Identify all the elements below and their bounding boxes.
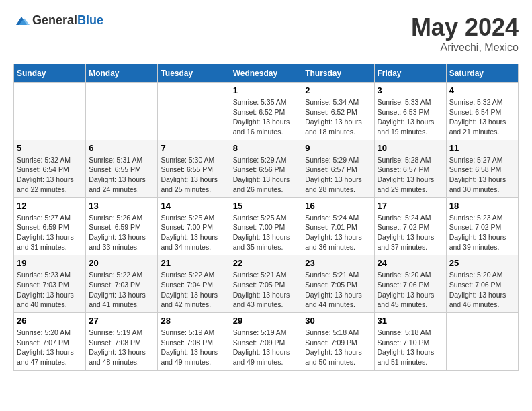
- table-row: 13Sunrise: 5:26 AMSunset: 6:59 PMDayligh…: [86, 197, 158, 255]
- table-row: 29Sunrise: 5:19 AMSunset: 7:09 PMDayligh…: [230, 313, 302, 371]
- table-row: 1Sunrise: 5:35 AMSunset: 6:52 PMDaylight…: [230, 83, 302, 140]
- table-row: 15Sunrise: 5:25 AMSunset: 7:00 PMDayligh…: [230, 197, 302, 255]
- day-number: 5: [17, 143, 83, 153]
- day-info: Sunrise: 5:29 AMSunset: 6:56 PMDaylight:…: [233, 155, 300, 195]
- calendar-week-2: 5Sunrise: 5:32 AMSunset: 6:54 PMDaylight…: [14, 140, 519, 197]
- logo-blue: Blue: [77, 13, 103, 27]
- day-info: Sunrise: 5:32 AMSunset: 6:54 PMDaylight:…: [449, 97, 515, 137]
- table-row: 23Sunrise: 5:21 AMSunset: 7:05 PMDayligh…: [302, 255, 374, 313]
- table-row: 10Sunrise: 5:28 AMSunset: 6:57 PMDayligh…: [374, 140, 446, 197]
- day-info: Sunrise: 5:20 AMSunset: 7:06 PMDaylight:…: [449, 270, 515, 310]
- day-info: Sunrise: 5:22 AMSunset: 7:03 PMDaylight:…: [89, 270, 154, 310]
- month-year: May 2024: [411, 13, 519, 42]
- day-info: Sunrise: 5:31 AMSunset: 6:55 PMDaylight:…: [89, 155, 154, 195]
- day-info: Sunrise: 5:27 AMSunset: 6:59 PMDaylight:…: [17, 213, 83, 253]
- day-number: 3: [378, 85, 443, 95]
- col-thursday: Thursday: [302, 64, 374, 83]
- table-row: 25Sunrise: 5:20 AMSunset: 7:06 PMDayligh…: [446, 255, 518, 313]
- table-row: [158, 83, 230, 140]
- day-number: 19: [17, 258, 83, 268]
- calendar-header-row: Sunday Monday Tuesday Wednesday Thursday…: [14, 64, 519, 83]
- day-info: Sunrise: 5:34 AMSunset: 6:52 PMDaylight:…: [305, 97, 371, 137]
- day-info: Sunrise: 5:25 AMSunset: 7:00 PMDaylight:…: [233, 213, 300, 253]
- day-info: Sunrise: 5:23 AMSunset: 7:02 PMDaylight:…: [449, 213, 515, 253]
- day-info: Sunrise: 5:29 AMSunset: 6:57 PMDaylight:…: [305, 155, 371, 195]
- logo-icon: [13, 14, 30, 28]
- day-info: Sunrise: 5:18 AMSunset: 7:10 PMDaylight:…: [378, 328, 443, 367]
- day-number: 18: [449, 201, 515, 211]
- day-info: Sunrise: 5:30 AMSunset: 6:55 PMDaylight:…: [161, 155, 226, 195]
- day-info: Sunrise: 5:33 AMSunset: 6:53 PMDaylight:…: [378, 97, 443, 137]
- logo: GeneralBlue: [13, 13, 103, 28]
- title-block: May 2024 Arivechi, Mexico: [411, 13, 519, 54]
- table-row: [14, 83, 86, 140]
- table-row: 20Sunrise: 5:22 AMSunset: 7:03 PMDayligh…: [86, 255, 158, 313]
- calendar-week-4: 19Sunrise: 5:23 AMSunset: 7:03 PMDayligh…: [14, 255, 519, 313]
- calendar-week-5: 26Sunrise: 5:20 AMSunset: 7:07 PMDayligh…: [14, 313, 519, 371]
- day-number: 31: [378, 316, 443, 326]
- day-info: Sunrise: 5:18 AMSunset: 7:09 PMDaylight:…: [305, 328, 371, 367]
- table-row: 17Sunrise: 5:24 AMSunset: 7:02 PMDayligh…: [374, 197, 446, 255]
- table-row: 12Sunrise: 5:27 AMSunset: 6:59 PMDayligh…: [14, 197, 86, 255]
- table-row: 11Sunrise: 5:27 AMSunset: 6:58 PMDayligh…: [446, 140, 518, 197]
- calendar-table: Sunday Monday Tuesday Wednesday Thursday…: [13, 64, 519, 371]
- table-row: 31Sunrise: 5:18 AMSunset: 7:10 PMDayligh…: [374, 313, 446, 371]
- day-number: 17: [378, 201, 443, 211]
- day-number: 12: [17, 201, 83, 211]
- table-row: 26Sunrise: 5:20 AMSunset: 7:07 PMDayligh…: [14, 313, 86, 371]
- day-number: 2: [305, 85, 371, 95]
- col-monday: Monday: [86, 64, 158, 83]
- day-number: 8: [233, 143, 300, 153]
- table-row: 5Sunrise: 5:32 AMSunset: 6:54 PMDaylight…: [14, 140, 86, 197]
- table-row: 7Sunrise: 5:30 AMSunset: 6:55 PMDaylight…: [158, 140, 230, 197]
- day-info: Sunrise: 5:25 AMSunset: 7:00 PMDaylight:…: [161, 213, 226, 253]
- table-row: 8Sunrise: 5:29 AMSunset: 6:56 PMDaylight…: [230, 140, 302, 197]
- day-number: 6: [89, 143, 154, 153]
- table-row: [86, 83, 158, 140]
- table-row: 6Sunrise: 5:31 AMSunset: 6:55 PMDaylight…: [86, 140, 158, 197]
- day-number: 15: [233, 201, 300, 211]
- day-info: Sunrise: 5:23 AMSunset: 7:03 PMDaylight:…: [17, 270, 83, 310]
- table-row: 22Sunrise: 5:21 AMSunset: 7:05 PMDayligh…: [230, 255, 302, 313]
- day-info: Sunrise: 5:19 AMSunset: 7:08 PMDaylight:…: [161, 328, 226, 367]
- day-number: 22: [233, 258, 300, 268]
- day-number: 10: [378, 143, 443, 153]
- calendar-week-3: 12Sunrise: 5:27 AMSunset: 6:59 PMDayligh…: [14, 197, 519, 255]
- day-info: Sunrise: 5:21 AMSunset: 7:05 PMDaylight:…: [233, 270, 300, 310]
- day-number: 30: [305, 316, 371, 326]
- day-number: 9: [305, 143, 371, 153]
- location: Arivechi, Mexico: [411, 42, 519, 54]
- day-info: Sunrise: 5:26 AMSunset: 6:59 PMDaylight:…: [89, 213, 154, 253]
- table-row: 14Sunrise: 5:25 AMSunset: 7:00 PMDayligh…: [158, 197, 230, 255]
- day-number: 11: [449, 143, 515, 153]
- day-number: 21: [161, 258, 226, 268]
- day-number: 20: [89, 258, 154, 268]
- logo-general: General: [32, 13, 77, 27]
- day-info: Sunrise: 5:20 AMSunset: 7:07 PMDaylight:…: [17, 328, 83, 367]
- day-info: Sunrise: 5:20 AMSunset: 7:06 PMDaylight:…: [378, 270, 443, 310]
- day-info: Sunrise: 5:28 AMSunset: 6:57 PMDaylight:…: [378, 155, 443, 195]
- day-info: Sunrise: 5:35 AMSunset: 6:52 PMDaylight:…: [233, 97, 300, 137]
- table-row: 24Sunrise: 5:20 AMSunset: 7:06 PMDayligh…: [374, 255, 446, 313]
- day-number: 4: [449, 85, 515, 95]
- day-number: 27: [89, 316, 154, 326]
- col-saturday: Saturday: [446, 64, 518, 83]
- col-wednesday: Wednesday: [230, 64, 302, 83]
- table-row: 28Sunrise: 5:19 AMSunset: 7:08 PMDayligh…: [158, 313, 230, 371]
- table-row: 4Sunrise: 5:32 AMSunset: 6:54 PMDaylight…: [446, 83, 518, 140]
- table-row: [446, 313, 518, 371]
- day-number: 29: [233, 316, 300, 326]
- table-row: 18Sunrise: 5:23 AMSunset: 7:02 PMDayligh…: [446, 197, 518, 255]
- day-info: Sunrise: 5:22 AMSunset: 7:04 PMDaylight:…: [161, 270, 226, 310]
- day-info: Sunrise: 5:27 AMSunset: 6:58 PMDaylight:…: [449, 155, 515, 195]
- table-row: 16Sunrise: 5:24 AMSunset: 7:01 PMDayligh…: [302, 197, 374, 255]
- calendar-week-1: 1Sunrise: 5:35 AMSunset: 6:52 PMDaylight…: [14, 83, 519, 140]
- table-row: 19Sunrise: 5:23 AMSunset: 7:03 PMDayligh…: [14, 255, 86, 313]
- day-number: 13: [89, 201, 154, 211]
- day-number: 28: [161, 316, 226, 326]
- col-tuesday: Tuesday: [158, 64, 230, 83]
- day-info: Sunrise: 5:19 AMSunset: 7:08 PMDaylight:…: [89, 328, 154, 367]
- table-row: 9Sunrise: 5:29 AMSunset: 6:57 PMDaylight…: [302, 140, 374, 197]
- day-info: Sunrise: 5:21 AMSunset: 7:05 PMDaylight:…: [305, 270, 371, 310]
- col-friday: Friday: [374, 64, 446, 83]
